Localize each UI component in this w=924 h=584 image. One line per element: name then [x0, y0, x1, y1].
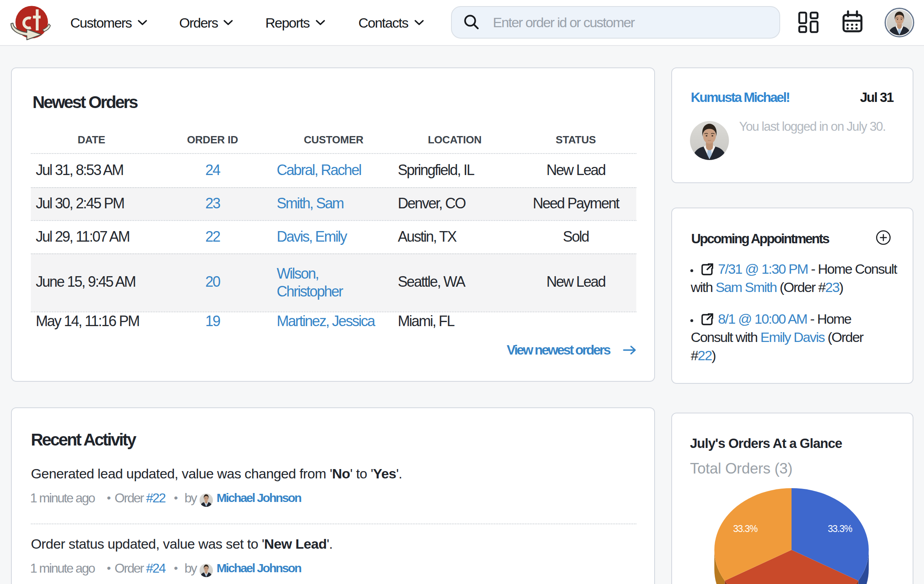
svg-text:33.3%: 33.3%: [733, 523, 757, 534]
svg-text:33.3%: 33.3%: [828, 523, 852, 534]
